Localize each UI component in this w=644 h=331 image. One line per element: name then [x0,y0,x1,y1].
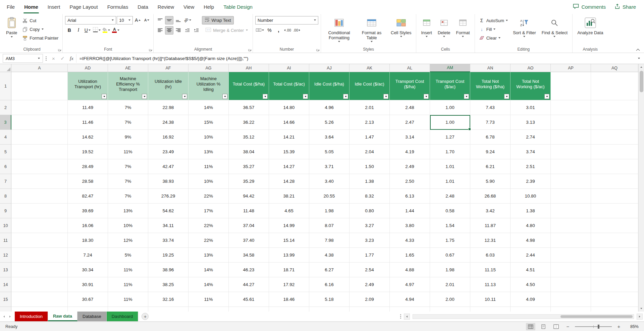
table-header-AM[interactable]: Transport Cost ($/ac) [430,72,470,100]
cell-AE11[interactable]: 12% [108,233,148,248]
cell-AF13[interactable]: 38.96 [148,263,189,277]
cell-AD9[interactable]: 39.69 [68,204,108,218]
bottom-align-button[interactable] [174,16,182,24]
cell-AH16[interactable] [229,307,269,312]
cell-AN12[interactable]: 6.03 [470,248,511,263]
cell-AQ5[interactable] [591,145,638,159]
table-header-AK[interactable]: Idle Cost ($/ac) [350,72,390,100]
cell-AN14[interactable]: 11.13 [470,277,511,292]
table-header-AD[interactable]: Utilization Transport (hr) [68,72,108,100]
cell-AJ2[interactable]: 4.96 [309,100,350,115]
cell-AD8[interactable]: 82.47 [68,189,108,204]
cell-AK2[interactable]: 2.01 [350,100,390,115]
comments-button[interactable]: Comments [573,4,606,10]
cell-AE13[interactable]: 11% [108,263,148,277]
cell-AI2[interactable]: 14.80 [269,100,309,115]
zoom-in-button[interactable]: + [615,323,623,330]
cell-AJ14[interactable]: 6.16 [309,277,350,292]
cell-AP1[interactable] [551,72,591,100]
cell-AH8[interactable]: 94.42 [229,189,269,204]
cell-AO13[interactable]: 4.51 [511,263,551,277]
merge-center-button[interactable]: Merge & Center [203,26,250,35]
cell-AN8[interactable]: 26.68 [470,189,511,204]
cell-AL9[interactable]: 1.44 [390,204,430,218]
cell-AD12[interactable]: 7.24 [68,248,108,263]
filter-button-AN[interactable] [504,94,509,99]
cell-AE9[interactable]: 13% [108,204,148,218]
column-header-AD[interactable]: AD [68,64,108,72]
cell-AJ7[interactable]: 3.40 [309,174,350,189]
row-header-12[interactable]: 12 [0,248,11,263]
cell-AF8[interactable]: 276.29 [148,189,189,204]
cell-AF5[interactable]: 23.49 [148,145,189,159]
cell-AO15[interactable]: 4.09 [511,292,551,307]
cell-AN4[interactable]: 6.78 [470,130,511,145]
cell-AH14[interactable]: 44.27 [229,277,269,292]
filter-button-AE[interactable] [142,94,147,99]
select-all-corner[interactable] [0,64,11,72]
zoom-slider-thumb[interactable] [598,325,599,329]
cell-AK12[interactable]: 1.77 [350,248,390,263]
cell-AF11[interactable]: 33.74 [148,233,189,248]
align-right-button[interactable] [174,26,182,35]
cell-AJ9[interactable]: 1.98 [309,204,350,218]
cell-AN7[interactable]: 5.90 [470,174,511,189]
font-color-button[interactable]: A [111,26,120,35]
cell-AG10[interactable]: 22% [189,218,229,233]
cell-AM4[interactable]: 1.27 [430,130,470,145]
cell-AN3[interactable]: 7.73 [470,115,511,130]
cell-AK9[interactable]: 0.80 [350,204,390,218]
borders-button[interactable] [92,26,101,35]
cell-AO6[interactable]: 2.51 [511,159,551,174]
cell-AM9[interactable]: 0.58 [430,204,470,218]
cell-AL5[interactable]: 4.19 [390,145,430,159]
cell-AE3[interactable]: 7% [108,115,148,130]
cell-AF16[interactable] [148,307,189,312]
sheet-tab-raw-data[interactable]: Raw data [48,312,77,321]
cell-AM2[interactable]: 1.00 [430,100,470,115]
cell-AL10[interactable]: 3.80 [390,218,430,233]
cell-AG9[interactable]: 17% [189,204,229,218]
cell-AP11[interactable] [551,233,591,248]
cell-AL15[interactable]: 4.94 [390,292,430,307]
cell-AQ14[interactable] [591,277,638,292]
cell-AI6[interactable]: 14.27 [269,159,309,174]
cell-AH4[interactable]: 35.12 [229,130,269,145]
cell-AL11[interactable]: 4.33 [390,233,430,248]
filter-button-AH[interactable] [263,94,268,99]
cell-AQ1[interactable] [591,72,638,100]
cell-AJ4[interactable]: 3.64 [309,130,350,145]
number-format-combo[interactable]: Number [255,16,318,24]
increase-font-button[interactable]: A [133,16,142,24]
cell-A7[interactable] [11,174,68,189]
cell-AP13[interactable] [551,263,591,277]
cell-AD14[interactable]: 30.91 [68,277,108,292]
cell-AJ15[interactable]: 5.18 [309,292,350,307]
cell-AP15[interactable] [551,292,591,307]
cell-AP4[interactable] [551,130,591,145]
scroll-up-button[interactable] [639,64,644,70]
table-header-AH[interactable]: Total Cost ($/ha) [229,72,269,100]
column-header-A[interactable]: A [11,64,68,72]
cell-AH12[interactable]: 34.58 [229,248,269,263]
cell-AN10[interactable]: 11.87 [470,218,511,233]
cell-AQ7[interactable] [591,174,638,189]
cell-AF12[interactable]: 19.25 [148,248,189,263]
center-button[interactable] [165,26,173,35]
cell-AO16[interactable] [511,307,551,312]
cell-AQ10[interactable] [591,218,638,233]
menu-tab-review[interactable]: Review [153,0,179,13]
cell-AM11[interactable]: 1.75 [430,233,470,248]
cell-AQ9[interactable] [591,204,638,218]
column-header-AM[interactable]: AM [430,64,470,72]
row-header-14[interactable]: 14 [0,277,11,292]
cell-AH3[interactable]: 36.22 [229,115,269,130]
decrease-font-button[interactable]: A [143,16,151,24]
cell-A10[interactable] [11,218,68,233]
cell-AH5[interactable]: 38.04 [229,145,269,159]
orientation-button[interactable]: ab [183,16,192,24]
vertical-scrollbar-thumb[interactable] [640,71,643,92]
cell-A5[interactable] [11,145,68,159]
cell-AH13[interactable]: 46.23 [229,263,269,277]
cell-AF15[interactable]: 32.16 [148,292,189,307]
